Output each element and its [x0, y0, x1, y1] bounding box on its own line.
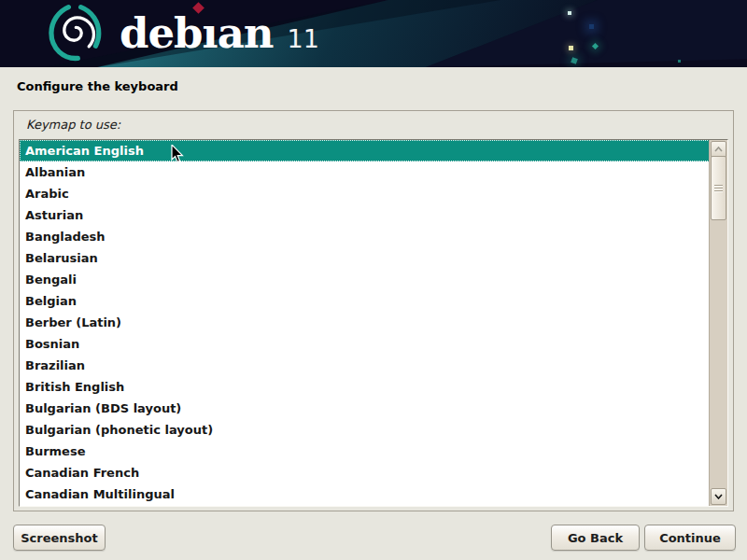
brand-text: debıan 11 [120, 12, 319, 54]
brand-version: 11 [288, 26, 319, 51]
keymap-option[interactable]: Canadian French [20, 462, 710, 483]
scrollbar-thumb[interactable] [711, 156, 726, 220]
keymap-option[interactable]: Berber (Latin) [20, 312, 710, 333]
debian-logo [41, 2, 108, 65]
keymap-option[interactable]: Arabic [20, 183, 710, 204]
keymap-option[interactable]: Burmese [20, 441, 710, 462]
chevron-down-icon [714, 494, 723, 499]
debian-swirl-icon [41, 3, 108, 64]
keymap-frame: Keymap to use: American EnglishAlbanianA… [13, 110, 734, 511]
banner-spark [568, 11, 571, 15]
scrollbar[interactable] [709, 140, 727, 506]
keymap-option[interactable]: Bosnian [20, 333, 710, 355]
keymap-label: Keymap to use: [26, 118, 120, 132]
keymap-option[interactable]: American English [20, 140, 710, 161]
thumb-grip [714, 188, 723, 189]
thumb-grip [714, 185, 723, 186]
banner-spark [589, 24, 594, 29]
keymap-option[interactable]: Asturian [20, 204, 710, 226]
banner: debıan 11 [0, 0, 747, 67]
keymap-option[interactable]: Bengali [20, 269, 710, 290]
keymap-option[interactable]: Bulgarian (BDS layout) [20, 398, 710, 419]
brand-debian: debıan [120, 12, 274, 54]
keymap-option[interactable]: British English [20, 376, 710, 398]
banner-spark [678, 60, 681, 63]
installer-window: debıan 11 Configure the keyboard Keymap … [0, 0, 747, 560]
keymap-option[interactable]: Belarusian [20, 247, 710, 269]
keymap-list[interactable]: American EnglishAlbanianArabicAsturianBa… [19, 139, 728, 507]
keymap-option[interactable]: Belgian [20, 290, 710, 312]
keymap-option[interactable]: Albanian [20, 161, 710, 183]
continue-button[interactable]: Continue [644, 525, 736, 551]
banner-spark [569, 46, 573, 50]
keymap-rows: American EnglishAlbanianArabicAsturianBa… [20, 140, 710, 506]
page-title: Configure the keyboard [17, 79, 178, 93]
keymap-option[interactable]: Brazilian [20, 355, 710, 376]
mouse-cursor-icon [171, 145, 185, 164]
scroll-down-button[interactable] [711, 488, 726, 505]
screenshot-button[interactable]: Screenshot [13, 525, 106, 551]
keymap-option[interactable]: Bulgarian (phonetic layout) [20, 419, 710, 441]
chevron-up-icon [714, 147, 723, 152]
go-back-button[interactable]: Go Back [551, 525, 640, 551]
keymap-option[interactable]: Canadian Multilingual [20, 483, 710, 505]
keymap-option[interactable]: Bangladesh [20, 226, 710, 247]
thumb-grip [714, 190, 723, 191]
